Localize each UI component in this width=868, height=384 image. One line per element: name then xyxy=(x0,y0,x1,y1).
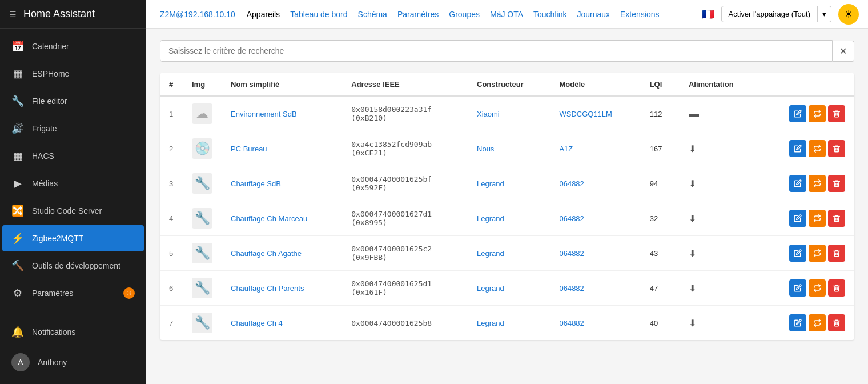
cell-manufacturer[interactable]: Legrand xyxy=(468,166,550,201)
delete-button[interactable] xyxy=(828,105,845,122)
cell-model[interactable]: 064882 xyxy=(550,166,640,201)
edit-button[interactable] xyxy=(789,105,806,122)
delete-button[interactable] xyxy=(828,210,845,227)
cell-power: ⬇ xyxy=(680,131,760,166)
table-row: 7 🔧 Chauffage Ch 4 0x00047400001625b8 Le… xyxy=(160,306,854,341)
sidebar-item-notifications[interactable]: 🔔 Notifications xyxy=(2,319,144,345)
cell-model[interactable]: 064882 xyxy=(550,306,640,341)
cell-model[interactable]: 064882 xyxy=(550,236,640,271)
notifications-icon: 🔔 xyxy=(11,326,24,338)
edit-button[interactable] xyxy=(789,140,806,157)
edit-button[interactable] xyxy=(789,245,806,262)
device-image: 🔧 xyxy=(192,208,212,229)
search-clear-button[interactable]: ✕ xyxy=(833,41,854,62)
outils-dev-icon: 🔨 xyxy=(11,259,24,272)
cell-model[interactable]: 064882 xyxy=(550,201,640,236)
sidebar-item-medias[interactable]: ▶ Médias xyxy=(2,170,144,197)
theme-toggle-button[interactable]: ☀ xyxy=(838,4,859,25)
cell-num: 4 xyxy=(160,201,183,236)
cell-model[interactable]: WSDCGQ11LM xyxy=(550,96,640,131)
tab-appareils[interactable]: Appareils xyxy=(242,7,284,21)
table-row: 5 🔧 Chauffage Ch Agathe 0x00047400001625… xyxy=(160,236,854,271)
tab-tableau-de-bord[interactable]: Tableau de bord xyxy=(286,7,352,21)
device-table: #ImgNom simplifiéAdresse IEEEConstructeu… xyxy=(160,73,854,340)
cell-actions xyxy=(760,201,854,236)
pairing-dropdown-button[interactable]: ▾ xyxy=(818,6,831,22)
cell-name[interactable]: Chauffage Ch 4 xyxy=(222,306,342,341)
cell-lqi: 167 xyxy=(641,131,680,166)
flag-icon: 🇫🇷 xyxy=(702,8,714,21)
cell-manufacturer[interactable]: Legrand xyxy=(468,271,550,306)
rename-button[interactable] xyxy=(809,245,826,262)
cell-power: ⬇ xyxy=(680,236,760,271)
rename-button[interactable] xyxy=(809,105,826,122)
z2m-link[interactable]: Z2M@192.168.10.10 xyxy=(155,7,240,21)
cell-img: 🔧 xyxy=(183,306,222,341)
sidebar-item-esphome[interactable]: ▦ ESPHome xyxy=(2,61,144,87)
cell-name[interactable]: Chauffage Ch Marceau xyxy=(222,201,342,236)
sidebar-item-outils-dev[interactable]: 🔨 Outils de développement xyxy=(2,253,144,279)
sidebar-item-file-editor[interactable]: 🔧 File editor xyxy=(2,88,144,114)
sidebar-label-file-editor: File editor xyxy=(32,97,67,106)
cell-manufacturer[interactable]: Xiaomi xyxy=(468,96,550,131)
tab-schema[interactable]: Schéma xyxy=(353,7,392,21)
content-area: ✕ #ImgNom simplifiéAdresse IEEEConstruct… xyxy=(146,29,868,384)
cell-name[interactable]: Chauffage Ch Parents xyxy=(222,271,342,306)
cell-name[interactable]: Chauffage Ch Agathe xyxy=(222,236,342,271)
delete-button[interactable] xyxy=(828,175,845,192)
cell-manufacturer[interactable]: Legrand xyxy=(468,306,550,341)
cell-ieee: 0x00047400001625b8 xyxy=(342,306,468,341)
delete-button[interactable] xyxy=(828,245,845,262)
tab-touchlink[interactable]: Touchlink xyxy=(529,7,571,21)
rename-button[interactable] xyxy=(809,314,826,331)
sidebar-item-calendrier[interactable]: 📅 Calendrier xyxy=(2,33,144,59)
col-header-1: Img xyxy=(183,73,222,96)
tab-journaux[interactable]: Journaux xyxy=(572,7,614,21)
sidebar-item-parametres[interactable]: ⚙ Paramètres 3 xyxy=(2,280,144,306)
hamburger-icon[interactable]: ☰ xyxy=(9,10,17,19)
cell-num: 7 xyxy=(160,306,183,341)
sidebar-bottom: 🔔 Notifications A Anthony xyxy=(0,314,146,384)
col-header-3: Adresse IEEE xyxy=(342,73,468,96)
delete-button[interactable] xyxy=(828,279,845,297)
sidebar-item-zigbee2mqtt[interactable]: ⚡ Zigbee2MQTT xyxy=(2,225,144,251)
table-row: 1 ☁ Environnement SdB 0x00158d000223a31f… xyxy=(160,96,854,131)
cell-manufacturer[interactable]: Nous xyxy=(468,131,550,166)
cell-lqi: 94 xyxy=(641,166,680,201)
rename-button[interactable] xyxy=(809,175,826,192)
sidebar-item-frigate[interactable]: 🔊 Frigate xyxy=(2,115,144,142)
sidebar-item-studio-code[interactable]: 🔀 Studio Code Server xyxy=(2,198,144,224)
studio-code-icon: 🔀 xyxy=(11,205,24,217)
cell-num: 2 xyxy=(160,131,183,166)
calendrier-icon: 📅 xyxy=(11,40,24,53)
sidebar-item-anthony[interactable]: A Anthony xyxy=(2,346,144,378)
rename-button[interactable] xyxy=(809,279,826,297)
pairing-button[interactable]: Activer l'appairage (Tout) xyxy=(721,6,818,22)
delete-button[interactable] xyxy=(828,140,845,157)
top-navigation: Z2M@192.168.10.10 AppareilsTableau de bo… xyxy=(146,0,868,29)
search-input[interactable] xyxy=(160,40,833,62)
cell-model[interactable]: 064882 xyxy=(550,271,640,306)
tab-groupes[interactable]: Groupes xyxy=(444,7,484,21)
edit-button[interactable] xyxy=(789,314,806,331)
cell-name[interactable]: Chauffage SdB xyxy=(222,166,342,201)
tab-maj-ota[interactable]: MàJ OTA xyxy=(485,7,528,21)
cell-model[interactable]: A1Z xyxy=(550,131,640,166)
rename-button[interactable] xyxy=(809,140,826,157)
delete-button[interactable] xyxy=(828,314,845,331)
rename-button[interactable] xyxy=(809,210,826,227)
cell-actions xyxy=(760,271,854,306)
cell-manufacturer[interactable]: Legrand xyxy=(468,201,550,236)
sidebar-item-hacs[interactable]: ▦ HACS xyxy=(2,143,144,169)
cell-name[interactable]: Environnement SdB xyxy=(222,96,342,131)
cell-name[interactable]: PC Bureau xyxy=(222,131,342,166)
table-body: 1 ☁ Environnement SdB 0x00158d000223a31f… xyxy=(160,96,854,340)
action-buttons xyxy=(769,105,845,122)
edit-button[interactable] xyxy=(789,210,806,227)
badge-parametres: 3 xyxy=(123,287,135,299)
cell-manufacturer[interactable]: Legrand xyxy=(468,236,550,271)
tab-parametres[interactable]: Paramètres xyxy=(393,7,443,21)
tab-extensions[interactable]: Extensions xyxy=(616,7,664,21)
edit-button[interactable] xyxy=(789,279,806,297)
edit-button[interactable] xyxy=(789,175,806,192)
